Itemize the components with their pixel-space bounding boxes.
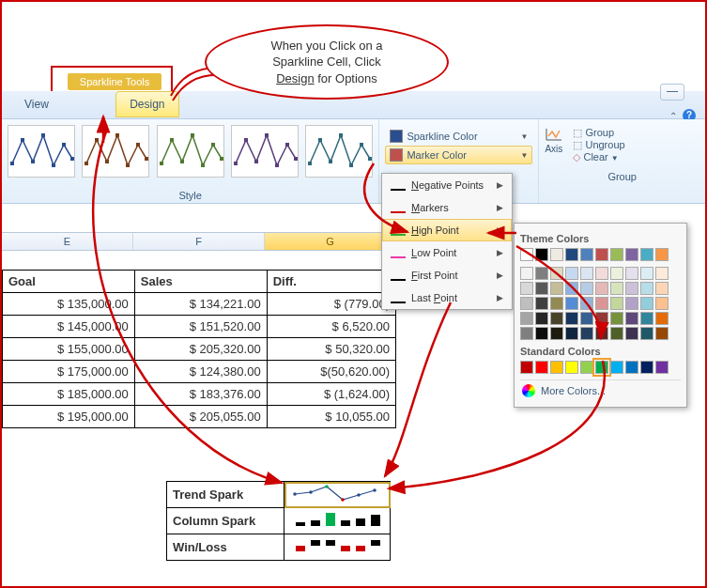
- color-swatch[interactable]: [565, 282, 578, 295]
- color-swatch[interactable]: [520, 327, 533, 340]
- color-swatch[interactable]: [520, 282, 533, 295]
- column-header[interactable]: F: [133, 233, 265, 250]
- color-swatch[interactable]: [655, 297, 669, 310]
- color-swatch[interactable]: [610, 248, 623, 261]
- color-swatch[interactable]: [535, 327, 548, 340]
- column-spark-cell[interactable]: [284, 508, 391, 534]
- marker-menu-item[interactable]: Low Point▶: [382, 241, 512, 264]
- table-cell[interactable]: $ 134,221.00: [134, 293, 267, 316]
- table-cell[interactable]: $(50,620.00): [267, 361, 395, 383]
- table-cell[interactable]: $ (1,624.00): [267, 383, 395, 406]
- color-swatch[interactable]: [580, 248, 593, 261]
- color-swatch[interactable]: [550, 267, 563, 280]
- sparkline-color-dropdown[interactable]: Sparkline Color ▼: [385, 127, 532, 146]
- marker-menu-item[interactable]: High Point▶: [382, 219, 512, 241]
- color-swatch[interactable]: [610, 312, 623, 325]
- color-swatch[interactable]: [655, 312, 669, 325]
- color-swatch[interactable]: [520, 312, 533, 325]
- color-swatch[interactable]: [580, 297, 593, 310]
- axis-button[interactable]: Axis: [545, 127, 563, 163]
- color-swatch[interactable]: [550, 248, 563, 261]
- style-preview[interactable]: [305, 125, 373, 178]
- color-swatch[interactable]: [595, 312, 608, 325]
- color-swatch[interactable]: [595, 248, 608, 261]
- color-swatch[interactable]: [640, 327, 653, 340]
- data-table[interactable]: GoalSalesDiff.$ 135,000.00$ 134,221.00$ …: [2, 270, 396, 428]
- clear-button[interactable]: ◇ Clear ▼: [573, 151, 624, 163]
- table-row[interactable]: $ 185,000.00$ 183,376.00$ (1,624.00): [3, 383, 396, 406]
- style-gallery[interactable]: [2, 119, 378, 183]
- color-swatch[interactable]: [625, 327, 638, 340]
- color-swatch[interactable]: [565, 297, 578, 310]
- color-swatch[interactable]: [610, 361, 623, 374]
- table-cell[interactable]: $ 195,000.00: [3, 406, 135, 428]
- color-swatch[interactable]: [625, 267, 638, 280]
- window-minimize-button[interactable]: —: [660, 84, 684, 101]
- table-cell[interactable]: $ 10,055.00: [267, 406, 395, 428]
- color-swatch[interactable]: [625, 248, 638, 261]
- tab-view[interactable]: View: [11, 92, 62, 116]
- color-swatch[interactable]: [565, 327, 578, 340]
- trend-spark-cell[interactable]: [284, 482, 391, 508]
- table-cell[interactable]: $ 6,520.00: [267, 316, 395, 338]
- color-swatch[interactable]: [640, 312, 653, 325]
- marker-menu-item[interactable]: Markers▶: [382, 196, 512, 219]
- color-swatch[interactable]: [550, 312, 563, 325]
- color-swatch[interactable]: [580, 267, 593, 280]
- color-swatch[interactable]: [610, 297, 623, 310]
- color-swatch[interactable]: [655, 282, 669, 295]
- marker-menu-item[interactable]: Last Point▶: [382, 286, 512, 309]
- style-preview[interactable]: [8, 125, 75, 178]
- style-preview[interactable]: [82, 125, 149, 178]
- color-swatch[interactable]: [640, 248, 653, 261]
- table-cell[interactable]: $ 151,520.00: [134, 316, 267, 338]
- table-cell[interactable]: $ 135,000.00: [3, 293, 135, 316]
- color-swatch[interactable]: [655, 327, 669, 340]
- color-swatch[interactable]: [610, 282, 623, 295]
- color-swatch[interactable]: [595, 327, 608, 340]
- color-swatch[interactable]: [520, 297, 533, 310]
- color-swatch[interactable]: [535, 282, 548, 295]
- table-cell[interactable]: $ 205,320.00: [134, 338, 267, 361]
- color-swatch[interactable]: [580, 312, 593, 325]
- color-swatch[interactable]: [640, 282, 653, 295]
- color-swatch[interactable]: [595, 282, 608, 295]
- table-row[interactable]: $ 135,000.00$ 134,221.00$ (779.00): [3, 293, 396, 316]
- marker-menu-item[interactable]: First Point▶: [382, 264, 512, 286]
- color-swatch[interactable]: [640, 267, 653, 280]
- group-button[interactable]: ⬚ Group: [573, 127, 624, 139]
- table-cell[interactable]: $ 124,380.00: [134, 361, 267, 383]
- color-swatch[interactable]: [535, 297, 548, 310]
- marker-menu-item[interactable]: Negative Points▶: [382, 174, 512, 196]
- color-swatch[interactable]: [565, 361, 578, 374]
- more-colors-button[interactable]: More Colors...: [520, 379, 681, 401]
- color-swatch[interactable]: [535, 267, 548, 280]
- color-swatch[interactable]: [610, 267, 623, 280]
- color-swatch[interactable]: [595, 267, 608, 280]
- table-cell[interactable]: $ 183,376.00: [134, 383, 267, 406]
- color-swatch[interactable]: [565, 312, 578, 325]
- table-row[interactable]: $ 145,000.00$ 151,520.00$ 6,520.00: [3, 316, 396, 338]
- color-swatch[interactable]: [535, 312, 548, 325]
- style-preview[interactable]: [157, 125, 224, 178]
- color-swatch[interactable]: [520, 361, 533, 374]
- color-swatch[interactable]: [565, 267, 578, 280]
- column-header[interactable]: E: [2, 233, 133, 250]
- color-swatch[interactable]: [550, 297, 563, 310]
- color-swatch[interactable]: [625, 312, 638, 325]
- color-swatch[interactable]: [535, 361, 548, 374]
- color-swatch[interactable]: [520, 267, 533, 280]
- style-preview[interactable]: [231, 125, 299, 178]
- color-swatch[interactable]: [655, 267, 669, 280]
- color-swatch[interactable]: [610, 327, 623, 340]
- table-cell[interactable]: $ 205,055.00: [134, 406, 267, 428]
- color-swatch[interactable]: [640, 361, 653, 374]
- color-swatch[interactable]: [595, 297, 608, 310]
- table-cell[interactable]: $ 145,000.00: [3, 316, 135, 338]
- column-header[interactable]: G: [265, 233, 396, 250]
- color-swatch[interactable]: [580, 361, 593, 374]
- color-swatch[interactable]: [550, 282, 563, 295]
- color-swatch[interactable]: [580, 282, 593, 295]
- table-cell[interactable]: $ 175,000.00: [3, 361, 135, 383]
- marker-color-dropdown[interactable]: Marker Color ▼: [385, 146, 532, 164]
